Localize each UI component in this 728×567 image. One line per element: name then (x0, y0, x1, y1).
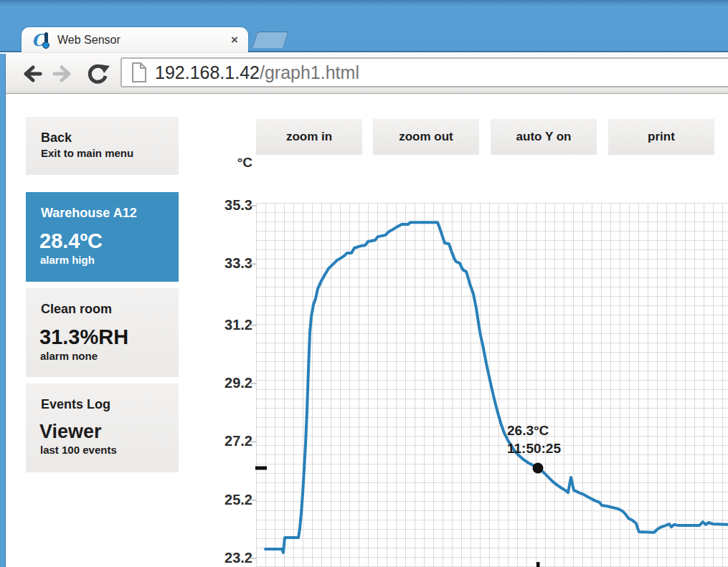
print-button[interactable]: print (608, 119, 714, 155)
address-bar[interactable]: 192.168.1.42/graph1.html (120, 57, 728, 87)
web-sensor-favicon-icon: C (32, 31, 52, 49)
sensor-alarm-status: alarm high (26, 252, 179, 266)
marker-y-axis-tick (255, 466, 267, 470)
new-tab-button[interactable] (252, 32, 288, 48)
sensor-value: 31.3%RH (26, 317, 179, 348)
y-axis-unit-label: °C (166, 155, 252, 171)
marker-x-axis-tick (536, 562, 540, 567)
events-log-subtitle: last 100 events (26, 442, 179, 456)
url-text[interactable]: 192.168.1.42/graph1.html (155, 62, 359, 83)
back-panel[interactable]: Back Exit to main menu (26, 117, 179, 175)
url-domain: 192.168.1.42 (155, 62, 260, 82)
events-log-panel[interactable]: Events Log Viewer last 100 events (26, 383, 179, 472)
y-axis-tick-label: 25.2 (166, 492, 252, 508)
browser-window: C Web Sensor × 192.168.1.42/graph1.html (0, 0, 728, 567)
sensor-name: Clean room (26, 288, 179, 317)
y-axis-tick-label: 31.2 (166, 317, 252, 333)
cursor-marker-dot[interactable] (533, 462, 544, 473)
window-frame-left (0, 54, 6, 567)
sensor-value: 28.4ºC (26, 221, 179, 252)
sensor-panel-cleanroom[interactable]: Clean room 31.3%RH alarm none (26, 288, 179, 377)
events-log-value: Viewer (26, 412, 179, 442)
forward-icon[interactable] (52, 62, 76, 86)
y-axis-tick-label: 23.2 (166, 550, 252, 566)
zoom-in-button[interactable]: zoom in (256, 119, 362, 155)
marker-time-label: 11:50:25 (507, 441, 561, 456)
temperature-line-chart[interactable]: 26.3°C 11:50:25 (249, 203, 728, 567)
y-axis-tick-label: 35.3 (166, 197, 252, 214)
back-icon[interactable] (19, 62, 43, 86)
browser-toolbar: 192.168.1.42/graph1.html (0, 54, 728, 94)
y-axis-tick-label: 29.2 (166, 375, 252, 391)
page-icon (131, 62, 148, 83)
auto-y-button[interactable]: auto Y on (491, 119, 597, 155)
y-axis-tick-label: 27.2 (166, 433, 252, 449)
sensor-name: Warehouse A12 (26, 192, 179, 221)
sensor-panel-warehouse[interactable]: Warehouse A12 28.4ºC alarm high (26, 192, 179, 282)
y-axis-tick-stubs (250, 206, 257, 558)
back-panel-title: Back (26, 117, 179, 146)
url-path: /graph1.html (260, 62, 359, 82)
thermometer-bulb (42, 42, 49, 49)
tab-close-icon[interactable]: × (231, 34, 238, 46)
marker-temp-label: 26.3°C (507, 423, 549, 438)
page-content: Back Exit to main menu Warehouse A12 28.… (6, 94, 728, 567)
sensor-alarm-status: alarm none (26, 348, 179, 362)
zoom-out-button[interactable]: zoom out (373, 119, 479, 155)
y-axis-tick-label: 33.3 (166, 255, 252, 272)
tab-title: Web Sensor (57, 34, 225, 47)
events-log-title: Events Log (26, 383, 179, 412)
reload-icon[interactable] (86, 62, 110, 86)
back-panel-subtitle: Exit to main menu (26, 146, 179, 159)
browser-titlebar: C Web Sensor × (0, 0, 728, 52)
browser-tab[interactable]: C Web Sensor × (22, 27, 248, 52)
